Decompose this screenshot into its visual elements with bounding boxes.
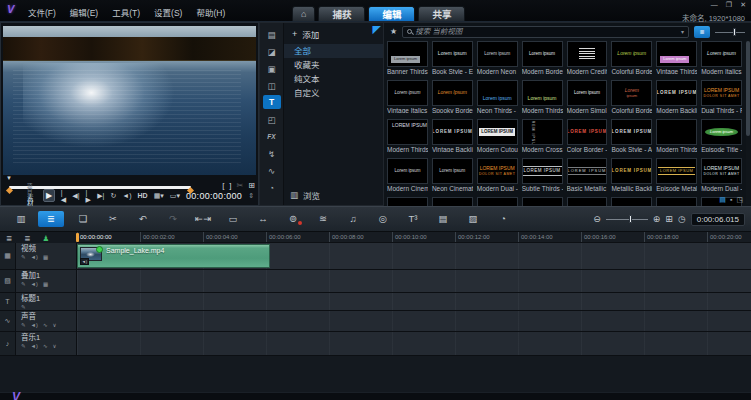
timecode-display[interactable]: 00:00:00:000: [186, 191, 242, 201]
project-clip-toggle[interactable]: 项目 素材: [27, 184, 37, 208]
grid-icon[interactable]: ▦: [43, 281, 48, 287]
thumbnail-zoom-slider[interactable]: [715, 26, 745, 38]
template-item[interactable]: [567, 197, 608, 206]
restore-button[interactable]: ❐: [726, 1, 732, 9]
template-thumbnail[interactable]: LOREM IPSUMDOLOR SIT AMET: [701, 80, 742, 106]
mute-icon[interactable]: ◄): [31, 322, 38, 328]
template-thumbnail[interactable]: Lorem ipsum: [522, 41, 563, 67]
mute-icon[interactable]: ◄): [31, 281, 38, 287]
category-收藏夹[interactable]: 收藏夹: [284, 58, 383, 72]
fit-timeline-icon[interactable]: ⊞: [665, 215, 673, 224]
template-thumbnail[interactable]: LOREM IPSUM: [611, 158, 652, 184]
project-mode-label[interactable]: 项目: [27, 184, 37, 195]
template-thumbnail[interactable]: LOREM IPSUM: [477, 119, 518, 145]
template-thumbnail[interactable]: Lorem ipsum: [432, 158, 473, 184]
title-3d-icon[interactable]: T³: [398, 214, 428, 224]
template-thumbnail[interactable]: LOREM IPSUM: [522, 158, 563, 184]
template-thumbnail[interactable]: Lorem ipsum: [432, 41, 473, 67]
template-thumbnail[interactable]: LOREM IPSUM: [567, 119, 608, 145]
template-item[interactable]: LOREM IPSUMModern Backli...: [656, 80, 697, 113]
ripple-edit-icon[interactable]: ✎: [21, 281, 26, 287]
redo-icon[interactable]: ↷: [158, 214, 188, 224]
mute-icon[interactable]: ◄): [31, 254, 38, 260]
template-thumbnail[interactable]: Lorem ipsum: [701, 41, 742, 67]
menu-item[interactable]: 编辑(E): [70, 6, 98, 18]
next-frame-button[interactable]: |▶: [86, 189, 92, 203]
template-item[interactable]: Lorem ipsumBanner Thirds -...: [387, 41, 428, 74]
transitions-icon[interactable]: ◫: [263, 77, 281, 94]
template-thumbnail[interactable]: Loremipsum: [611, 80, 652, 106]
title-icon[interactable]: T: [263, 95, 281, 109]
template-item[interactable]: Lorem ipsumModern Cinem...: [387, 158, 428, 191]
fade-icon[interactable]: ∨: [53, 322, 57, 328]
wave-icon[interactable]: ∿: [43, 322, 48, 328]
track-content[interactable]: [77, 270, 751, 292]
category-自定义[interactable]: 自定义: [284, 86, 383, 100]
template-item[interactable]: Lorem IpsumSpooky Border...: [432, 80, 473, 113]
auto-music-icon[interactable]: ♫: [338, 214, 368, 224]
template-thumbnail[interactable]: Lorem ipsum: [387, 80, 428, 106]
ripple-edit-icon[interactable]: ▭: [218, 214, 248, 224]
gallery-scrollbar[interactable]: [746, 41, 750, 204]
mute-icon[interactable]: ◄): [31, 343, 38, 349]
add-track-icon[interactable]: ≣: [24, 234, 30, 243]
volume-button[interactable]: ◄): [122, 192, 131, 199]
track-scrub-icon[interactable]: ♟: [43, 234, 50, 243]
template-thumbnail[interactable]: [477, 197, 518, 206]
add-category-button[interactable]: + 添加: [284, 23, 383, 44]
fit-project-icon[interactable]: ↔: [248, 214, 278, 224]
template-thumbnail[interactable]: LOREM IPSUM: [656, 158, 697, 184]
template-item[interactable]: Lorem ipsumModern Border...: [522, 41, 563, 74]
template-thumbnail[interactable]: [522, 197, 563, 206]
track-manager-icon[interactable]: ≣: [6, 234, 12, 243]
template-item[interactable]: Modern Credit...: [567, 41, 608, 74]
wave-icon[interactable]: ∿: [43, 343, 48, 349]
template-thumbnail[interactable]: LOREM IPSUM: [611, 119, 652, 145]
overlay-objects-icon[interactable]: ◰: [263, 111, 281, 128]
grid-icon[interactable]: ▦: [43, 254, 48, 260]
template-thumbnail[interactable]: Lorem ipsum: [477, 41, 518, 67]
template-item[interactable]: LOREM IPSUMBasic Metallic - ...: [567, 158, 608, 191]
template-item[interactable]: [522, 197, 563, 206]
template-thumbnail[interactable]: Lorem ipsum: [611, 41, 652, 67]
category-纯文本[interactable]: 纯文本: [284, 72, 383, 86]
template-item[interactable]: Lorem ipsumModern Neon ...: [477, 41, 518, 74]
video-preview[interactable]: [3, 26, 256, 175]
slider-thumb[interactable]: [629, 215, 632, 223]
close-button[interactable]: ✕: [740, 1, 746, 9]
template-thumbnail[interactable]: [432, 197, 473, 206]
template-item[interactable]: LOREM IPSUMDOLOR SIT AMETModern Dual - .…: [477, 158, 518, 191]
template-thumbnail[interactable]: Lorem ipsum: [522, 80, 563, 106]
template-item[interactable]: [432, 197, 473, 206]
menu-item[interactable]: 设置(S): [154, 6, 182, 18]
instant-project-icon[interactable]: ◪: [263, 43, 281, 60]
template-item[interactable]: Lorem ipsumEpisode Title - ...: [701, 119, 742, 152]
zoom-in-icon[interactable]: ⊕: [653, 215, 661, 224]
template-item[interactable]: Lorem ipsumBook Style - Ex...: [432, 41, 473, 74]
template-item[interactable]: LOREM IPSUMModern Thirds ...: [387, 119, 428, 152]
template-thumbnail[interactable]: LOREM IPSUM: [656, 80, 697, 106]
category-全部[interactable]: 全部: [284, 44, 383, 58]
playhead-flag-icon[interactable]: ▼: [6, 175, 12, 181]
template-thumbnail[interactable]: Lorem ipsum: [387, 158, 428, 184]
template-item[interactable]: Modern Thirds ...: [656, 119, 697, 152]
template-thumbnail[interactable]: Lorem ipsum: [387, 41, 428, 67]
template-item[interactable]: Lorem ipsumColorful Borde...: [611, 41, 652, 74]
template-item[interactable]: [387, 197, 428, 206]
hd-toggle-button[interactable]: HD: [138, 192, 148, 199]
copy-icon[interactable]: ❏: [68, 214, 98, 224]
template-item[interactable]: LOREM IPSUMModern Cross...: [522, 119, 563, 152]
template-thumbnail[interactable]: LOREM IPSUM: [522, 119, 563, 145]
template-item[interactable]: [611, 197, 652, 206]
template-item[interactable]: Lorem ipsumModern Thirds ...: [522, 80, 563, 113]
timecode-stepper-icon[interactable]: ⇕: [248, 192, 254, 200]
template-thumbnail[interactable]: [611, 197, 652, 206]
path-icon[interactable]: ∿: [263, 162, 281, 179]
menu-item[interactable]: 工具(T): [112, 6, 140, 18]
speed-icon[interactable]: ◔: [488, 214, 518, 224]
favorites-filter-icon[interactable]: ★: [390, 27, 397, 36]
play-button[interactable]: ▶: [43, 189, 54, 202]
template-item[interactable]: LOREM IPSUMMetallic Backli...: [611, 158, 652, 191]
preview-size-button[interactable]: ▭▾: [170, 192, 180, 199]
search-box[interactable]: ▾: [402, 26, 689, 38]
